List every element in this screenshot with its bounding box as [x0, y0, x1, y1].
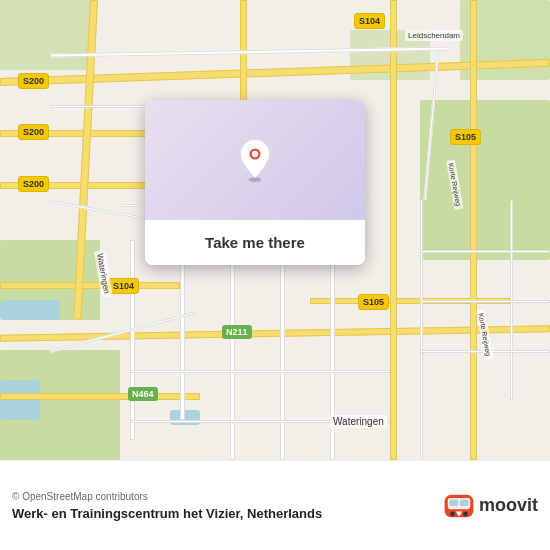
svg-point-6	[463, 511, 468, 516]
location-name: Werk- en Trainingscentrum het Vizier, Ne…	[12, 506, 322, 521]
water-feature	[0, 380, 40, 420]
svg-rect-7	[449, 499, 458, 505]
route-badge-s105-2: S105	[358, 294, 389, 310]
road-label-wateringen-city: Wateringen	[330, 415, 387, 428]
road	[420, 250, 550, 253]
road	[280, 260, 285, 460]
water-feature	[0, 300, 60, 320]
road	[130, 370, 390, 373]
road	[390, 0, 397, 460]
road	[230, 260, 235, 460]
svg-rect-8	[460, 499, 469, 505]
popup-card: Take me there	[145, 100, 365, 265]
road	[180, 240, 185, 420]
osm-credit: © OpenStreetMap contributors	[12, 491, 322, 502]
route-badge-s200-2: S200	[18, 124, 49, 140]
map-container: S200 S200 S200 S104 S104 S105 S105 N211 …	[0, 0, 550, 460]
route-badge-s104-2: S104	[354, 13, 385, 29]
route-badge-s104: S104	[108, 278, 139, 294]
road	[420, 200, 423, 460]
road-label-leidschendam: Leidschendam	[405, 30, 463, 41]
road	[0, 393, 200, 400]
footer: © OpenStreetMap contributors Werk- en Tr…	[0, 460, 550, 550]
footer-left: © OpenStreetMap contributors Werk- en Tr…	[12, 491, 322, 521]
take-me-there-button[interactable]: Take me there	[145, 220, 365, 265]
road	[330, 260, 335, 460]
route-badge-s200: S200	[18, 73, 49, 89]
svg-point-2	[252, 151, 258, 157]
moovit-text: moovit	[479, 495, 538, 516]
svg-point-5	[450, 511, 455, 516]
road	[420, 300, 550, 303]
route-badge-s200-3: S200	[18, 176, 49, 192]
green-area	[420, 100, 550, 260]
route-badge-n464: N464	[128, 387, 158, 401]
green-area	[0, 0, 90, 70]
moovit-icon	[443, 490, 475, 522]
road	[470, 0, 477, 460]
road	[130, 240, 135, 440]
road	[0, 282, 180, 289]
route-badge-s105: S105	[450, 129, 481, 145]
moovit-logo: moovit	[443, 490, 538, 522]
route-badge-n211: N211	[222, 325, 252, 339]
map-pin-icon	[233, 138, 277, 182]
popup-top	[145, 100, 365, 220]
